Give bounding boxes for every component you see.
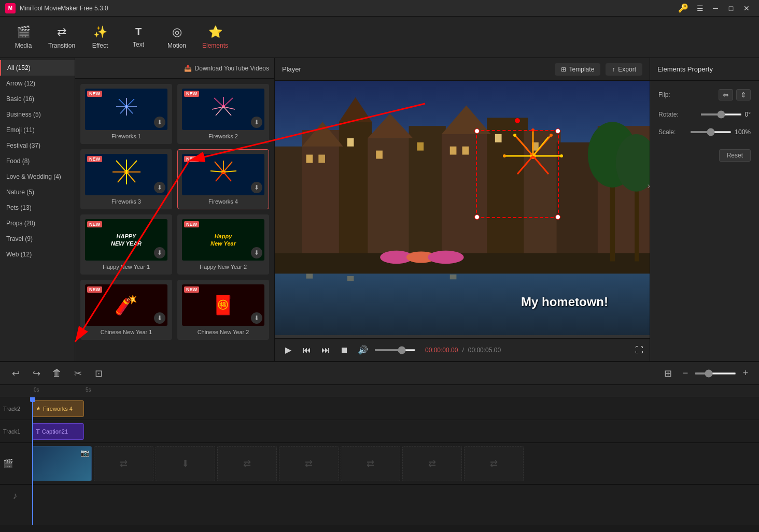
svg-rect-53 xyxy=(417,142,424,151)
element-cny1[interactable]: NEW 🧨 ⬇ Chinese New Year 1 xyxy=(80,280,172,340)
empty-clip-6[interactable]: ⇄ xyxy=(402,446,462,481)
element-fw3-label: Fireworks 3 xyxy=(111,198,141,205)
element-fw3-thumb: NEW xyxy=(85,154,167,195)
next-frame-btn[interactable]: ⏭ xyxy=(318,343,333,357)
tool-elements[interactable]: ⭐ Elements xyxy=(197,20,233,55)
menu-btn[interactable]: ☰ xyxy=(693,3,707,13)
window-controls: ☰ ─ □ ✕ xyxy=(693,3,754,13)
close-btn[interactable]: ✕ xyxy=(739,3,754,13)
category-lovewedding[interactable]: Love & Wedding (4) xyxy=(0,169,75,184)
category-all[interactable]: All (152) xyxy=(0,60,75,76)
scale-slider[interactable] xyxy=(690,131,732,133)
ruler-0s: 0s xyxy=(34,387,39,393)
prev-frame-btn[interactable]: ⏮ xyxy=(300,343,314,357)
tool-transition[interactable]: ⇄ Transition xyxy=(44,20,80,55)
template-btn[interactable]: ⊞ Template xyxy=(555,63,601,76)
minimize-btn[interactable]: ─ xyxy=(708,3,723,13)
clip-fireworks4[interactable]: ★ Fireworks 4 xyxy=(32,400,84,417)
new-badge: NEW xyxy=(87,91,102,97)
cut-btn[interactable]: ✂ xyxy=(69,365,86,382)
fw1-download-btn[interactable]: ⬇ xyxy=(154,117,165,128)
category-props[interactable]: Props (20) xyxy=(0,215,75,231)
horizontal-scrollbar[interactable] xyxy=(0,525,759,532)
category-festival[interactable]: Festival (37) xyxy=(0,138,75,153)
empty-clip-3[interactable]: ⇄ xyxy=(217,446,277,481)
element-fw1[interactable]: NEW xyxy=(80,84,172,144)
empty-clip-7[interactable]: ⇄ xyxy=(464,446,524,481)
svg-rect-50 xyxy=(318,155,325,163)
empty-clip-4[interactable]: ⇄ xyxy=(279,446,339,481)
element-hny1-label: Happy New Year 1 xyxy=(103,264,150,270)
category-nature[interactable]: Nature (5) xyxy=(0,184,75,200)
volume-slider[interactable] xyxy=(374,349,416,351)
maximize-btn[interactable]: □ xyxy=(724,3,738,13)
track2-label: Track2 xyxy=(0,406,30,412)
undo-btn[interactable]: ↩ xyxy=(7,365,24,382)
element-hny2[interactable]: NEW HappyNew Year ⬇ Happy New Year 2 xyxy=(177,214,269,275)
category-arrow[interactable]: Arrow (12) xyxy=(0,76,75,91)
cny2-download-btn[interactable]: ⬇ xyxy=(251,312,262,324)
play-btn[interactable]: ▶ xyxy=(281,343,296,357)
category-pets[interactable]: Pets (13) xyxy=(0,200,75,215)
hny2-download-btn[interactable]: ⬇ xyxy=(251,247,262,258)
category-business[interactable]: Business (5) xyxy=(0,107,75,122)
empty-clip-5[interactable]: ⇄ xyxy=(341,446,400,481)
element-hny1[interactable]: NEW HAPPYNEW YEAR ⬇ Happy New Year 1 xyxy=(80,214,172,275)
fw3-preview xyxy=(108,156,145,193)
cny1-download-btn[interactable]: ⬇ xyxy=(154,312,165,324)
elements-icon: ⭐ xyxy=(208,25,222,39)
new-badge-fw2: NEW xyxy=(184,91,199,97)
playhead[interactable] xyxy=(32,397,33,525)
svg-line-18 xyxy=(116,161,126,172)
empty-clip-2[interactable]: ⬇ xyxy=(156,446,215,481)
flip-controls: ⇔ ⇕ xyxy=(719,89,751,100)
clip-caption21[interactable]: T Caption21 xyxy=(32,423,84,440)
empty-clip-1[interactable]: ⇄ xyxy=(94,446,153,481)
mute-btn[interactable]: 🔊 xyxy=(356,343,370,357)
hny1-text: HAPPYNEW YEAR xyxy=(111,233,142,248)
zoom-slider[interactable] xyxy=(695,372,736,375)
flip-v-btn[interactable]: ⇕ xyxy=(736,89,751,100)
crop-btn[interactable]: ⊡ xyxy=(90,365,107,382)
fw4-download-btn[interactable]: ⬇ xyxy=(251,182,262,193)
zoom-controls: ⊞ − + xyxy=(659,365,752,382)
flip-h-btn[interactable]: ⇔ xyxy=(719,89,733,100)
category-web[interactable]: Web (12) xyxy=(0,247,75,262)
video-clip-1[interactable]: 📷 xyxy=(32,446,92,481)
audio-track: ♪ xyxy=(0,484,759,507)
tool-motion[interactable]: ◎ Motion xyxy=(159,20,195,55)
element-fw4[interactable]: NEW ⬇ xyxy=(177,149,269,209)
fw2-download-btn[interactable]: ⬇ xyxy=(251,117,262,128)
rotate-slider[interactable] xyxy=(700,113,742,116)
element-fw3[interactable]: NEW xyxy=(80,149,172,209)
category-basic[interactable]: Basic (16) xyxy=(0,91,75,107)
delete-btn[interactable]: 🗑 xyxy=(49,365,65,382)
stop-btn[interactable]: ⏹ xyxy=(337,343,352,357)
fw2-preview xyxy=(208,94,239,125)
tool-media[interactable]: 🎬 Media xyxy=(5,20,41,55)
export-btn[interactable]: ↑ Export xyxy=(606,63,642,76)
column-view-btn[interactable]: ⊞ xyxy=(659,365,676,382)
panel-collapse-arrow[interactable]: › xyxy=(648,181,650,191)
playhead-handle[interactable] xyxy=(30,397,35,402)
download-youtube-btn[interactable]: 📥 Download YouTube Videos xyxy=(184,65,269,72)
tool-text[interactable]: T Text xyxy=(120,20,157,55)
fw3-download-btn[interactable]: ⬇ xyxy=(154,182,165,193)
category-travel[interactable]: Travel (9) xyxy=(0,231,75,247)
tracks-container[interactable]: Track2 ★ Fireworks 4 Track1 T Caption21 xyxy=(0,397,759,525)
redo-btn[interactable]: ↪ xyxy=(28,365,45,382)
svg-point-80 xyxy=(503,154,506,157)
elements-area: All (152) Arrow (12) Basic (16) Business… xyxy=(0,58,274,361)
tool-effect[interactable]: ✨ Effect xyxy=(82,20,118,55)
category-emoji[interactable]: Emoji (11) xyxy=(0,122,75,138)
reset-btn[interactable]: Reset xyxy=(719,149,751,162)
zoom-out-btn[interactable]: − xyxy=(679,367,692,380)
element-fw2[interactable]: NEW ⬇ xyxy=(177,84,269,144)
hny1-download-btn[interactable]: ⬇ xyxy=(154,247,165,258)
zoom-in-btn[interactable]: + xyxy=(739,367,752,380)
element-cny2-label: Chinese New Year 2 xyxy=(198,329,249,335)
element-cny2[interactable]: NEW 🧧 ⬇ Chinese New Year 2 xyxy=(177,280,269,340)
fullscreen-btn[interactable]: ⛶ xyxy=(635,346,643,355)
category-food[interactable]: Food (8) xyxy=(0,153,75,169)
timeline-tracks: 0s 5s Track2 ★ Fireworks 4 Tra xyxy=(0,385,759,525)
